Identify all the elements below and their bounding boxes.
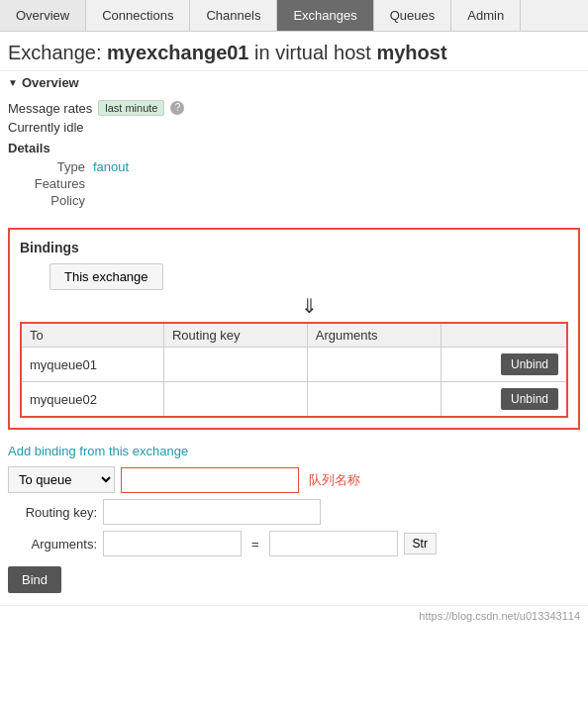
col-to: To — [21, 323, 163, 348]
add-binding-section: Add binding from this exchange To queue … — [0, 436, 588, 601]
overview-content: Message rates last minute ? Currently id… — [0, 94, 588, 222]
binding-arguments-cell — [307, 382, 441, 418]
overview-header[interactable]: ▼ Overview — [0, 71, 588, 94]
message-rates-row: Message rates last minute ? — [8, 100, 580, 116]
arguments-value-input[interactable] — [269, 531, 398, 556]
page-title: Exchange: myexchange01 in virtual host m… — [0, 32, 588, 71]
tab-overview[interactable]: Overview — [0, 0, 86, 31]
last-minute-badge[interactable]: last minute — [98, 100, 164, 116]
arguments-key-input[interactable] — [103, 531, 242, 556]
table-row: myqueue01 Unbind — [21, 348, 567, 382]
unbind-button[interactable]: Unbind — [501, 353, 558, 375]
arrow-down-icon: ⇓ — [49, 294, 568, 318]
binding-arguments-cell — [307, 348, 441, 382]
exchange-name: myexchange01 — [107, 42, 248, 63]
tab-channels[interactable]: Channels — [190, 0, 277, 31]
policy-key: Policy — [24, 193, 93, 208]
message-rates-label: Message rates — [8, 101, 92, 116]
arguments-row: Arguments: = Str — [8, 531, 580, 556]
overview-arrow-icon: ▼ — [8, 77, 18, 88]
footer-url: https://blog.csdn.net/u013343114 — [0, 605, 588, 626]
bindings-table: To Routing key Arguments myqueue01 Unbin… — [20, 322, 568, 418]
bindings-section: Bindings This exchange ⇓ To Routing key … — [8, 228, 580, 430]
routing-key-input[interactable] — [103, 499, 321, 525]
policy-row: Policy — [24, 193, 580, 208]
queue-name-hint: 队列名称 — [309, 471, 360, 489]
overview-label: Overview — [22, 75, 79, 90]
details-label: Details — [8, 141, 580, 155]
details-table: Type fanout Features Policy — [24, 159, 580, 208]
tab-queues[interactable]: Queues — [374, 0, 452, 31]
bindings-body: This exchange ⇓ To Routing key Arguments… — [10, 259, 578, 422]
col-routing-key: Routing key — [163, 323, 307, 348]
nav-tabs: Overview Connections Channels Exchanges … — [0, 0, 588, 32]
tab-admin[interactable]: Admin — [451, 0, 521, 31]
overview-section: ▼ Overview Message rates last minute ? C… — [0, 71, 588, 222]
queue-name-input[interactable] — [121, 467, 299, 493]
features-key: Features — [24, 176, 93, 191]
binding-routing-key-cell — [163, 348, 307, 382]
type-row: Type fanout — [24, 159, 580, 174]
tab-connections[interactable]: Connections — [86, 0, 190, 31]
vhost-name: myhost — [376, 42, 446, 63]
features-row: Features — [24, 176, 580, 191]
binding-to-cell: myqueue02 — [21, 382, 163, 418]
equals-sign: = — [247, 537, 263, 552]
add-binding-title: Add binding from this exchange — [8, 444, 580, 458]
bind-button[interactable]: Bind — [8, 566, 61, 593]
routing-key-row: Routing key: — [8, 499, 580, 525]
idle-status: Currently idle — [8, 120, 580, 135]
help-icon[interactable]: ? — [170, 101, 184, 115]
type-value: fanout — [93, 159, 129, 174]
table-row: myqueue02 Unbind — [21, 382, 567, 418]
binding-to-cell: myqueue01 — [21, 348, 163, 382]
routing-key-label: Routing key: — [8, 505, 97, 520]
bindings-header: Bindings — [10, 236, 578, 259]
to-queue-row: To queue To exchange 队列名称 — [8, 466, 580, 493]
bindings-table-header: To Routing key Arguments — [21, 323, 567, 348]
col-arguments: Arguments — [307, 323, 441, 348]
binding-action-cell: Unbind — [441, 348, 567, 382]
this-exchange-btn-wrapper: This exchange — [20, 263, 568, 290]
arguments-label: Arguments: — [8, 537, 97, 552]
binding-routing-key-cell — [163, 382, 307, 418]
to-queue-select[interactable]: To queue To exchange — [8, 466, 115, 493]
binding-action-cell: Unbind — [441, 382, 567, 418]
type-key: Type — [24, 159, 93, 174]
exchange-middle: in virtual host — [249, 42, 377, 63]
col-actions — [441, 323, 567, 348]
str-button[interactable]: Str — [404, 533, 437, 554]
tab-exchanges[interactable]: Exchanges — [277, 0, 373, 31]
this-exchange-button[interactable]: This exchange — [49, 263, 163, 290]
unbind-button[interactable]: Unbind — [501, 388, 558, 410]
exchange-prefix: Exchange: — [8, 42, 107, 63]
